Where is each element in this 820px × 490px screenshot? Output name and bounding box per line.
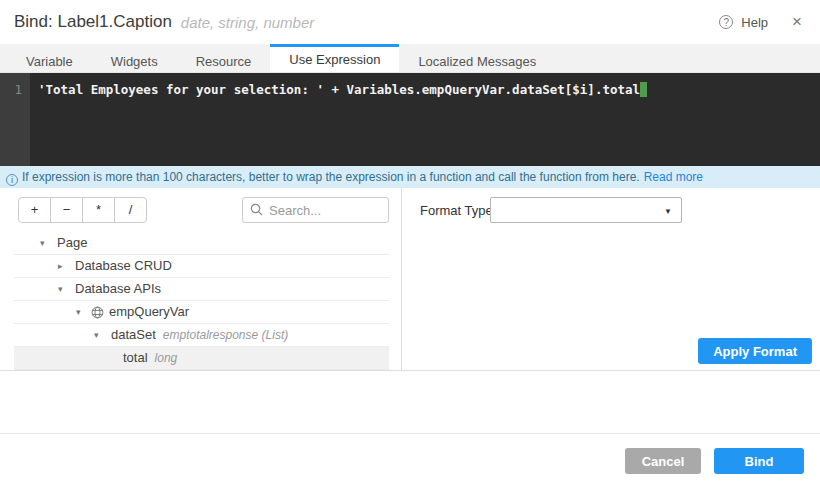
read-more-link[interactable]: Read more	[644, 170, 703, 184]
tab-widgets[interactable]: Widgets	[92, 44, 177, 72]
plus-operator-button[interactable]: +	[18, 197, 51, 223]
editor-line-number: 1	[0, 73, 30, 166]
main-area: + − * / ▾ Page ▸ Database CRUD ▾ Databas…	[0, 188, 820, 371]
format-panel: Format Type ▼ Apply Format	[402, 188, 820, 370]
expression-code-line[interactable]: 'Total Employees for your selection: ' +…	[30, 73, 647, 166]
format-type-select[interactable]: ▼	[490, 197, 682, 223]
tree-node-label: total	[123, 347, 148, 369]
tree-node-type-hint: long	[155, 347, 178, 369]
expression-text: 'Total Employees for your selection: ' +…	[38, 82, 640, 97]
tree-node-empqueryvar[interactable]: ▾ empQueryVar	[14, 301, 389, 324]
tree-node-label: dataSet	[111, 324, 156, 346]
chevron-down-icon[interactable]: ▾	[94, 324, 108, 346]
apply-format-button[interactable]: Apply Format	[698, 338, 812, 364]
service-variable-icon	[91, 306, 104, 319]
multiply-operator-button[interactable]: *	[82, 197, 115, 223]
search-input[interactable]	[242, 197, 389, 223]
info-text: If expression is more than 100 character…	[22, 170, 640, 184]
tab-variable[interactable]: Variable	[7, 44, 92, 72]
divide-operator-button[interactable]: /	[114, 197, 147, 223]
chevron-down-icon[interactable]: ▾	[76, 301, 90, 323]
tree-node-type-hint: emptotalresponse (List)	[163, 324, 288, 346]
tab-use-expression[interactable]: Use Expression	[270, 44, 399, 72]
info-icon: i	[6, 174, 18, 186]
search-icon	[250, 203, 263, 216]
format-type-label: Format Type	[420, 203, 493, 218]
chevron-right-icon[interactable]: ▸	[58, 255, 72, 277]
chevron-down-icon[interactable]: ▾	[58, 278, 72, 300]
text-cursor	[640, 82, 647, 97]
minus-operator-button[interactable]: −	[50, 197, 83, 223]
tab-resource[interactable]: Resource	[177, 44, 271, 72]
dialog-header: Bind: Label1.Caption date, string, numbe…	[0, 0, 820, 44]
operator-button-group: + − * /	[18, 197, 147, 223]
info-bar: iIf expression is more than 100 characte…	[0, 166, 820, 188]
tree-node-database-crud[interactable]: ▸ Database CRUD	[14, 255, 389, 278]
bind-button[interactable]: Bind	[714, 448, 804, 474]
tree-node-total[interactable]: total long	[14, 347, 389, 370]
dialog-title: Bind: Label1.Caption	[14, 12, 172, 32]
close-icon[interactable]: ×	[792, 15, 802, 29]
tree-node-label: empQueryVar	[109, 301, 189, 323]
tree-node-label: Database APIs	[75, 278, 161, 300]
help-link[interactable]: Help	[741, 15, 768, 30]
tree-node-label: Database CRUD	[75, 255, 172, 277]
tree-node-label: Page	[57, 232, 87, 254]
chevron-down-icon: ▼	[664, 207, 672, 216]
cancel-button[interactable]: Cancel	[625, 448, 701, 474]
tab-bar: Variable Widgets Resource Use Expression…	[0, 44, 820, 73]
dialog-footer: Cancel Bind	[0, 433, 820, 490]
chevron-down-icon[interactable]: ▾	[40, 232, 54, 254]
variable-tree-panel: + − * / ▾ Page ▸ Database CRUD ▾ Databas…	[0, 188, 402, 370]
variable-tree: ▾ Page ▸ Database CRUD ▾ Database APIs ▾…	[14, 232, 389, 370]
tree-node-database-apis[interactable]: ▾ Database APIs	[14, 278, 389, 301]
tab-localized-messages[interactable]: Localized Messages	[399, 44, 555, 72]
help-icon[interactable]: ?	[719, 15, 733, 29]
expression-editor[interactable]: 1 'Total Employees for your selection: '…	[0, 73, 820, 166]
tree-node-page[interactable]: ▾ Page	[14, 232, 389, 255]
dialog-subtitle: date, string, number	[181, 14, 314, 31]
tree-node-dataset[interactable]: ▾ dataSet emptotalresponse (List)	[14, 324, 389, 347]
